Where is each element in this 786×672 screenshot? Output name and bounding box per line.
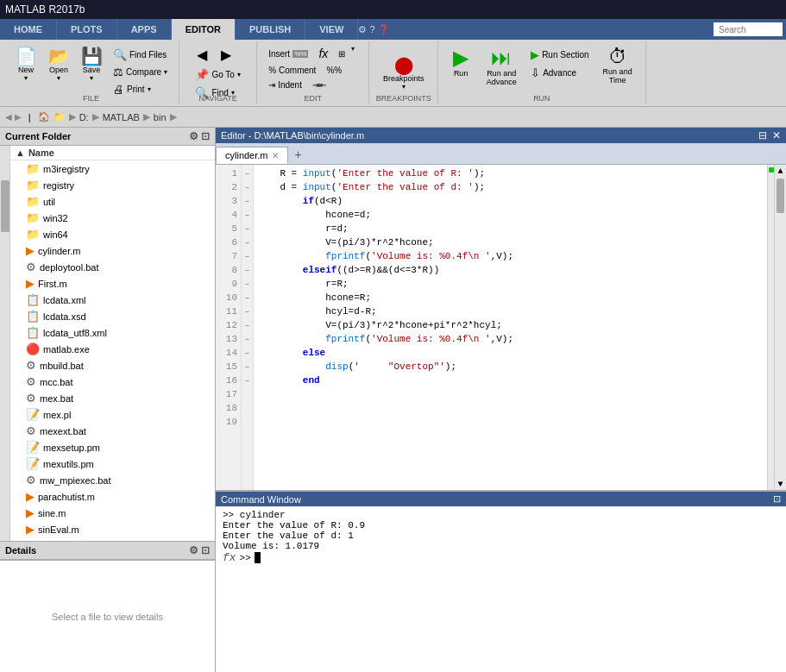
run-group: ▶ Run ⏭ Run andAdvance ▶ Run Section ⇩ A…	[438, 41, 645, 104]
list-item[interactable]: ⚙ mcc.bat	[10, 374, 215, 390]
list-item[interactable]: 📋 lcdata.xsd	[10, 308, 215, 324]
breadcrumb-arrows[interactable]: ◀ ▶	[5, 112, 22, 122]
tab-plots[interactable]: PLOTS	[57, 19, 117, 40]
advance-label: Advance	[543, 68, 576, 78]
comment-icons[interactable]: %%	[322, 64, 346, 77]
open-icon: 📂	[48, 47, 70, 65]
list-item[interactable]: 📝 mex.pl	[10, 406, 215, 423]
editor-minimize-icon[interactable]: ⊟	[758, 129, 767, 141]
editor-close-icon[interactable]: ✕	[772, 129, 781, 141]
breadcrumb-matlab[interactable]: MATLAB	[103, 112, 140, 122]
list-item[interactable]: ⚙ mex.bat	[10, 390, 215, 406]
bat-file-icon: ⚙	[26, 375, 36, 388]
run-section-button[interactable]: ▶ Run Section	[526, 47, 593, 63]
tab-publish[interactable]: PUBLISH	[236, 19, 305, 40]
list-item[interactable]: ▶ parachutist.m	[10, 488, 215, 505]
tab-view[interactable]: VIEW	[305, 19, 358, 40]
run-and-advance-label: Run andAdvance	[487, 69, 517, 86]
item-name: mexutils.pm	[43, 459, 94, 469]
go-to-button[interactable]: 📌 Go To ▾	[191, 66, 245, 83]
go-back-button[interactable]: ◀	[191, 45, 213, 65]
list-item[interactable]: ▶ sinEval.m	[10, 521, 215, 537]
matrix-button[interactable]: ⊞	[334, 45, 349, 62]
list-item[interactable]: 📝 mexutils.pm	[10, 455, 215, 472]
list-item[interactable]: ⚙ mexext.bat	[10, 423, 215, 439]
list-item[interactable]: ⚙ mw_mpiexec.bat	[10, 472, 215, 488]
advance-button[interactable]: ⇩ Advance	[526, 65, 593, 81]
right-panel: Editor - D:\MATLAB\bin\cylinder.m ⊟ ✕ cy…	[216, 128, 786, 672]
item-name: lcdata.xml	[43, 295, 86, 305]
code-line-10: hcone=R;	[257, 291, 764, 305]
list-item[interactable]: 📁 win64	[10, 226, 215, 242]
scrollbar-thumb[interactable]	[777, 179, 784, 213]
indent-icons[interactable]: ⇥⇤	[308, 79, 330, 91]
command-window-expand-icon[interactable]: ⊡	[773, 493, 781, 505]
tab-home[interactable]: HOME	[0, 19, 57, 40]
command-window-title: Command Window	[221, 494, 301, 505]
file-panel-header: Current Folder ⚙ ⊡	[0, 128, 215, 146]
list-item[interactable]: 📋 lcdata_utf8.xml	[10, 324, 215, 341]
fx-button[interactable]: fx	[314, 45, 332, 62]
editor-scrollbar[interactable]: ▲ ▼	[774, 165, 786, 490]
list-item[interactable]: ⚙ mbuild.bat	[10, 357, 215, 374]
details-title: Details	[5, 545, 36, 556]
breadcrumb-folder-icon[interactable]: 📁	[53, 111, 66, 122]
tab-apps[interactable]: APPS	[117, 19, 172, 40]
list-item[interactable]: 📁 registry	[10, 177, 215, 193]
code-area[interactable]: R = input('Enter the value of R: '); d =…	[254, 165, 767, 490]
details-settings-icon[interactable]: ⚙	[189, 544, 198, 556]
search-input[interactable]	[714, 22, 783, 36]
find-files-icon: 🔍	[113, 48, 127, 61]
list-item[interactable]: 📁 util	[10, 193, 215, 210]
go-forward-button[interactable]: ▶	[215, 45, 237, 65]
run-and-time-button[interactable]: ⏱ Run andTime	[597, 45, 638, 87]
breadcrumb-d[interactable]: D:	[79, 112, 89, 122]
tab-editor[interactable]: EDITOR	[172, 19, 236, 40]
indent-button[interactable]: ⇥ Indent	[264, 79, 306, 91]
scrollbar-down-arrow[interactable]: ▼	[775, 478, 786, 490]
item-name: mcc.bat	[40, 377, 73, 387]
edit-group-label: EDIT	[257, 94, 368, 103]
file-panel-body: ▲ Name 📁 m3iregistry 📁 registry 📁 util	[0, 146, 215, 541]
details-expand-icon[interactable]: ⊡	[201, 544, 210, 556]
item-name: mex.pl	[43, 410, 71, 420]
file-list-header[interactable]: ▲ Name	[10, 146, 215, 160]
file-panel-expand-icon[interactable]: ⊡	[201, 130, 210, 142]
editor-tab-add-button[interactable]: +	[288, 145, 309, 164]
find-files-button[interactable]: 🔍 Find Files	[109, 47, 172, 63]
code-line-14: else	[257, 346, 764, 360]
list-item[interactable]: ▶ First.m	[10, 275, 215, 292]
editor-title: Editor - D:\MATLAB\bin\cylinder.m	[221, 130, 364, 141]
breadcrumb-bin[interactable]: bin	[154, 112, 167, 122]
command-body[interactable]: >> cylinder Enter the value of R: 0.9 En…	[216, 506, 786, 672]
list-item[interactable]: 📁 m3iregistry	[10, 160, 215, 177]
list-item[interactable]: ▶ cylinder.m	[10, 242, 215, 259]
run-and-advance-button[interactable]: ⏭ Run andAdvance	[480, 45, 523, 89]
breadcrumb-icon1[interactable]: 🏠	[38, 111, 50, 122]
insert-button[interactable]: Insert %%	[264, 45, 312, 62]
editor-tab-cylinder[interactable]: cylinder.m ✕	[216, 147, 288, 164]
list-item[interactable]: 🔴 matlab.exe	[10, 341, 215, 357]
scrollbar-up-arrow[interactable]: ▲	[775, 165, 786, 177]
insert-label: Insert	[268, 49, 290, 59]
open-button[interactable]: 📂 Open ▾	[43, 45, 74, 85]
list-item[interactable]: ⚙ deploytool.bat	[10, 259, 215, 275]
list-item[interactable]: 📝 mexsetup.pm	[10, 439, 215, 455]
run-button[interactable]: ▶ Run	[445, 45, 476, 80]
file-panel-settings-icon[interactable]: ⚙	[189, 130, 198, 142]
comment-button[interactable]: % Comment	[264, 64, 320, 77]
list-item[interactable]: ▶ sine.m	[10, 505, 215, 521]
item-name: mexsetup.pm	[43, 443, 100, 453]
file-small-buttons: 🔍 Find Files ⚖ Compare ▾ 🖨 Print ▾	[109, 45, 172, 99]
editor-tab-close[interactable]: ✕	[272, 151, 279, 160]
list-item[interactable]: 📋 lcdata.xml	[10, 292, 215, 308]
file-scroll-thumb[interactable]	[1, 180, 9, 232]
indent-arrows-icon: ⇥⇤	[312, 80, 326, 90]
breakpoints-button[interactable]: ⬤ Breakpoints ▾	[379, 53, 429, 93]
item-name: parachutist.m	[38, 492, 95, 502]
new-button[interactable]: 📄 New ▾	[10, 45, 41, 85]
list-item[interactable]: 📁 win32	[10, 210, 215, 226]
save-button[interactable]: 💾 Save ▾	[76, 45, 107, 85]
compare-button[interactable]: ⚖ Compare ▾	[109, 64, 172, 80]
folder-icon: 📁	[26, 162, 40, 175]
